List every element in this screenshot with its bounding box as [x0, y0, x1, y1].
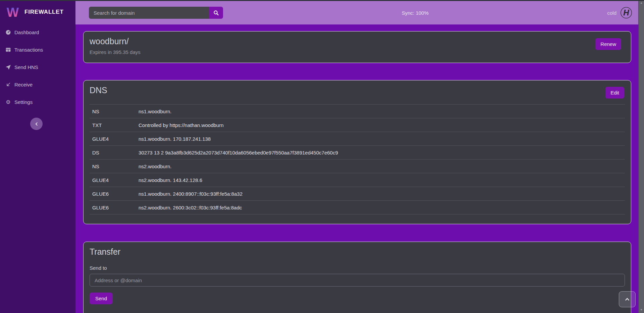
- table-row: GLUE4 ns2.woodburn. 143.42.128.6: [90, 173, 625, 187]
- domain-search: [89, 7, 223, 19]
- table-row: DS 30273 13 2 9a3a8fb3d625d2a2073d740f10…: [90, 146, 625, 160]
- table-row: NS ns2.woodburn.: [90, 160, 625, 173]
- dns-record-value: ns2.woodburn. 143.42.128.6: [139, 177, 625, 183]
- dns-record-type: NS: [92, 109, 139, 114]
- send-button[interactable]: Send: [90, 293, 113, 304]
- dns-record-type: GLUE6: [92, 205, 139, 210]
- svg-text:W: W: [7, 5, 19, 19]
- table-row: GLUE4 ns1.woodburn. 170.187.241.138: [90, 132, 625, 146]
- dns-records-table: NS ns1.woodburn. TXT Controlled by https…: [90, 104, 625, 214]
- table-row: GLUE6 ns1.woodburn. 2400:8907::f03c:93ff…: [90, 187, 625, 201]
- dns-record-value: ns2.woodburn.: [139, 164, 625, 169]
- table-row: NS ns1.woodburn.: [90, 105, 625, 118]
- svg-text:H: H: [623, 8, 629, 17]
- chevron-up-icon: [624, 296, 630, 302]
- sidebar-collapse-button[interactable]: [30, 118, 43, 130]
- sidebar-item-label: Send HNS: [14, 64, 38, 70]
- domain-card: woodburn/ Expires in 395.35 days Renew: [83, 31, 631, 63]
- app-title: FIREWALLET: [24, 9, 64, 15]
- search-input[interactable]: [89, 7, 209, 19]
- dns-card: DNS Edit NS ns1.woodburn. TXT Controlled…: [83, 80, 631, 224]
- sidebar-item-settings[interactable]: ⚙ Settings: [0, 98, 75, 106]
- gear-icon: ⚙: [5, 99, 11, 105]
- sidebar-item-label: Settings: [14, 99, 33, 105]
- scroll-to-top-button[interactable]: [619, 291, 636, 307]
- dns-record-value: ns1.woodburn. 170.187.241.138: [139, 136, 625, 142]
- scrollbar-down-icon[interactable]: ▼: [639, 307, 644, 313]
- dns-record-type: GLUE4: [92, 177, 139, 183]
- dns-record-value: ns1.woodburn.: [139, 109, 625, 114]
- sync-status: Sync: 100%: [223, 10, 607, 16]
- renew-button[interactable]: Renew: [595, 38, 621, 50]
- receive-arrow-icon: [5, 82, 11, 87]
- sidebar-item-label: Dashboard: [14, 29, 39, 35]
- dns-record-type: TXT: [92, 122, 139, 128]
- dns-record-value: ns2.woodburn. 2600:3c02::f03c:93ff:fe5a:…: [139, 205, 625, 210]
- domain-expiry-text: Expires in 395.35 days: [90, 49, 625, 55]
- search-icon: [213, 10, 219, 16]
- handshake-logo-icon: H: [620, 7, 632, 19]
- dns-record-type: DS: [92, 150, 139, 155]
- send-to-label: Send to: [90, 265, 625, 271]
- table-icon: [5, 47, 11, 53]
- dns-record-value: 30273 13 2 9a3a8fb3d625d2a2073d740f10da6…: [139, 150, 625, 155]
- dns-record-value: ns1.woodburn. 2400:8907::f03c:93ff:fe5a:…: [139, 191, 625, 197]
- sidebar-item-label: Transactions: [14, 47, 43, 53]
- firewallet-logo-icon: W: [5, 5, 20, 19]
- sidebar: W FIREWALLET Dashboard Transactions Send…: [0, 1, 75, 313]
- main-content: woodburn/ Expires in 395.35 days Renew D…: [75, 24, 638, 313]
- sidebar-nav: Dashboard Transactions Send HNS Receive …: [0, 28, 75, 106]
- sidebar-item-send-hns[interactable]: Send HNS: [0, 63, 75, 71]
- scrollbar[interactable]: ▲ ▼: [638, 0, 644, 313]
- search-button[interactable]: [209, 7, 223, 19]
- table-row: TXT Controlled by https://nathan.woodbur…: [90, 118, 625, 132]
- send-icon: [5, 64, 11, 70]
- edit-dns-button[interactable]: Edit: [605, 87, 624, 99]
- transfer-section-title: Transfer: [90, 247, 625, 257]
- dns-section-title: DNS: [90, 85, 625, 95]
- app-logo[interactable]: W FIREWALLET: [0, 1, 75, 23]
- sidebar-item-transactions[interactable]: Transactions: [0, 46, 75, 54]
- chevron-left-icon: [34, 122, 39, 126]
- wallet-indicator[interactable]: cold H: [607, 7, 632, 19]
- sidebar-item-receive[interactable]: Receive: [0, 80, 75, 88]
- gauge-icon: [5, 29, 11, 35]
- transfer-address-input[interactable]: [90, 274, 625, 287]
- sidebar-item-label: Receive: [14, 82, 33, 87]
- dns-record-value: Controlled by https://nathan.woodburn: [139, 122, 625, 128]
- table-row: GLUE6 ns2.woodburn. 2600:3c02::f03c:93ff…: [90, 201, 625, 214]
- transfer-card: Transfer Send to Send: [83, 242, 631, 313]
- scrollbar-up-icon[interactable]: ▲: [639, 0, 644, 6]
- window-top-edge: [0, 0, 644, 1]
- domain-name-title: woodburn/: [90, 37, 625, 46]
- dns-record-type: GLUE4: [92, 136, 139, 142]
- wallet-name: cold: [607, 10, 616, 16]
- sidebar-item-dashboard[interactable]: Dashboard: [0, 28, 75, 36]
- top-bar: Sync: 100% cold H: [75, 1, 638, 24]
- dns-record-type: GLUE6: [92, 191, 139, 197]
- dns-record-type: NS: [92, 164, 139, 169]
